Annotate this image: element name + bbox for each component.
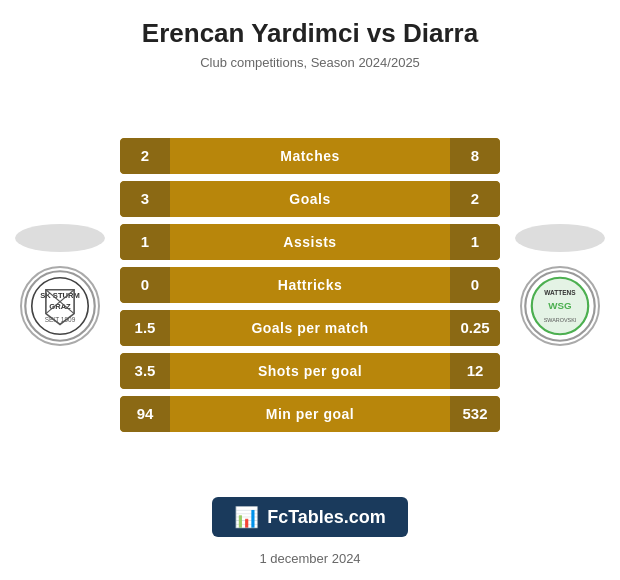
- stat-label-3: Hattricks: [170, 277, 450, 293]
- stats-container: 2 Matches 8 3 Goals 2 1 Assists 1 0 Hatt…: [120, 138, 500, 432]
- svg-text:SWAROVSKI: SWAROVSKI: [544, 317, 577, 323]
- watermark-chart-icon: 📊: [234, 505, 259, 529]
- right-team-area: WATTENS WSG SWAROVSKI: [510, 224, 610, 346]
- left-logo-top-ellipse: [15, 224, 105, 252]
- stat-value-left-2: 1: [120, 224, 170, 260]
- stat-row: 3.5 Shots per goal 12: [120, 353, 500, 389]
- stat-label-2: Assists: [170, 234, 450, 250]
- stat-value-left-0: 2: [120, 138, 170, 174]
- stat-value-right-2: 1: [450, 224, 500, 260]
- watermark-area: 📊 FcTables.com: [212, 497, 408, 537]
- right-team-logo: WATTENS WSG SWAROVSKI: [520, 266, 600, 346]
- page-header: Erencan Yardimci vs Diarra Club competit…: [0, 0, 620, 76]
- stat-value-right-4: 0.25: [450, 310, 500, 346]
- stat-value-left-6: 94: [120, 396, 170, 432]
- stat-label-4: Goals per match: [170, 320, 450, 336]
- svg-text:GRAZ: GRAZ: [49, 302, 71, 311]
- stat-label-1: Goals: [170, 191, 450, 207]
- left-team-area: SK STURM GRAZ SEIT 1909: [10, 224, 110, 346]
- stat-row: 1.5 Goals per match 0.25: [120, 310, 500, 346]
- stat-value-left-3: 0: [120, 267, 170, 303]
- stat-value-right-1: 2: [450, 181, 500, 217]
- stat-value-right-3: 0: [450, 267, 500, 303]
- right-logo-top-ellipse: [515, 224, 605, 252]
- stat-value-left-1: 3: [120, 181, 170, 217]
- watermark-box: 📊 FcTables.com: [212, 497, 408, 537]
- stat-value-left-4: 1.5: [120, 310, 170, 346]
- stat-label-5: Shots per goal: [170, 363, 450, 379]
- stat-value-right-6: 532: [450, 396, 500, 432]
- match-subtitle: Club competitions, Season 2024/2025: [20, 55, 600, 70]
- stat-value-right-5: 12: [450, 353, 500, 389]
- svg-text:WATTENS: WATTENS: [544, 289, 576, 296]
- svg-text:WSG: WSG: [548, 300, 571, 311]
- footer-date: 1 december 2024: [259, 543, 360, 580]
- stat-value-left-5: 3.5: [120, 353, 170, 389]
- stat-label-6: Min per goal: [170, 406, 450, 422]
- watermark-brand-text: FcTables.com: [267, 507, 386, 528]
- stat-row: 1 Assists 1: [120, 224, 500, 260]
- match-title: Erencan Yardimci vs Diarra: [20, 18, 600, 49]
- stat-label-0: Matches: [170, 148, 450, 164]
- stat-row: 2 Matches 8: [120, 138, 500, 174]
- comparison-area: SK STURM GRAZ SEIT 1909 2 Matches 8 3 Go…: [0, 76, 620, 483]
- left-team-logo: SK STURM GRAZ SEIT 1909: [20, 266, 100, 346]
- stat-value-right-0: 8: [450, 138, 500, 174]
- stat-row: 94 Min per goal 532: [120, 396, 500, 432]
- stat-row: 0 Hattricks 0: [120, 267, 500, 303]
- svg-text:SEIT 1909: SEIT 1909: [45, 316, 76, 323]
- stat-row: 3 Goals 2: [120, 181, 500, 217]
